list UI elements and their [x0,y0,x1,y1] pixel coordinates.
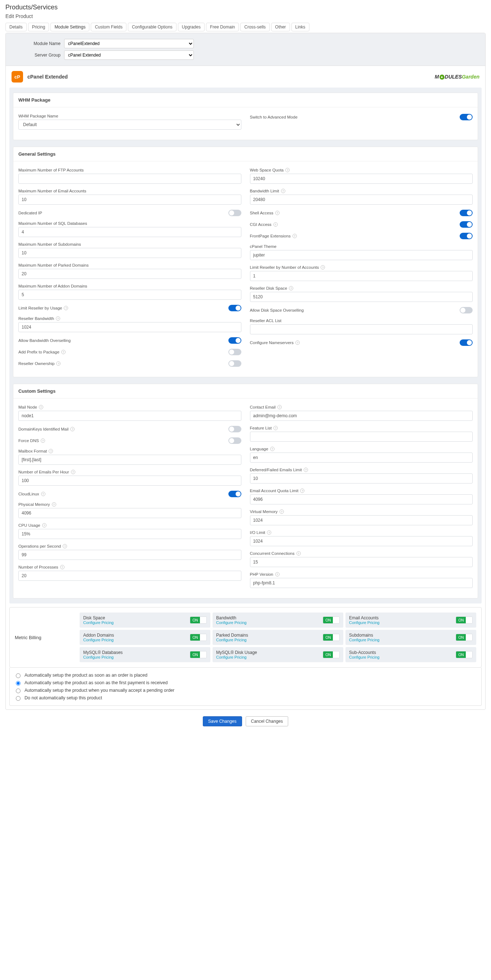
racl-input[interactable] [250,324,473,334]
language-input[interactable] [250,453,473,463]
shell-toggle[interactable] [460,210,473,216]
io-input[interactable] [250,536,473,546]
dkim-toggle[interactable] [229,426,242,432]
limit-reseller-usage-toggle[interactable] [229,305,242,311]
configure-pricing-link[interactable]: Configure Pricing [216,655,257,659]
help-icon: ? [281,189,285,193]
prefix-toggle[interactable] [229,349,242,355]
bw-input[interactable] [250,194,473,205]
addon-input[interactable] [18,290,242,300]
metric-billing-title: Metric Billing [15,612,79,662]
adso-toggle[interactable] [460,307,473,313]
metric-on-toggle[interactable]: ON [323,634,340,641]
ftp-label: Maximum Number of FTP Accounts [18,168,242,172]
module-name-select[interactable]: cPanelExtended [64,39,194,48]
reseller-bw-input[interactable] [18,322,242,332]
server-group-label: Server Group [10,52,64,58]
rds-label: Reseller Disk Space? [250,286,473,290]
metric-on-toggle[interactable]: ON [323,651,340,658]
park-input[interactable] [18,269,242,279]
eaq-input[interactable] [250,494,473,504]
configure-pricing-link[interactable]: Configure Pricing [349,620,379,625]
configure-pricing-link[interactable]: Configure Pricing [349,655,379,659]
auto-setup-payment[interactable]: Automatically setup the product as soon … [14,680,477,686]
whm-package-name-label: WHM Package Name [18,114,242,118]
ftp-input[interactable] [18,173,242,184]
configure-pricing-link[interactable]: Configure Pricing [83,655,123,659]
frontpage-toggle[interactable] [460,233,473,239]
io-label: I/O Limit? [250,530,473,535]
custom-settings-card: Custom Settings Mail Node? DomainKeys Id… [13,384,478,598]
dedicated-ip-toggle[interactable] [229,210,242,216]
dfe-input[interactable] [250,473,473,484]
mbf-input[interactable] [18,455,242,465]
cc-input[interactable] [250,557,473,567]
php-label: PHP Version? [250,572,473,576]
tab-configurable-options[interactable]: Configurable Options [128,23,176,31]
metric-item: Email AccountsConfigure PricingON [345,612,476,628]
reseller-ownership-toggle[interactable] [229,360,242,367]
pm-input[interactable] [18,508,242,518]
contact-email-input[interactable] [250,411,473,421]
tab-pricing[interactable]: Pricing [28,23,49,31]
vm-input[interactable] [250,515,473,525]
metric-on-toggle[interactable]: ON [190,634,207,641]
advanced-mode-toggle[interactable] [460,114,473,120]
tab-links[interactable]: Links [291,23,310,31]
metric-on-toggle[interactable]: ON [190,651,207,658]
np-input[interactable] [18,571,242,581]
metric-on-toggle[interactable]: ON [456,616,473,624]
whm-package-name-select[interactable]: Default [18,119,242,130]
metric-on-toggle[interactable]: ON [190,616,207,624]
tab-upgrades[interactable]: Upgrades [178,23,205,31]
feature-list-input[interactable] [250,432,473,442]
metric-on-toggle[interactable]: ON [323,616,340,624]
configure-pricing-link[interactable]: Configure Pricing [349,638,379,642]
email-acc-input[interactable] [18,194,242,205]
theme-input[interactable] [250,250,473,260]
cloudlinux-toggle[interactable] [229,491,242,497]
auto-setup-none[interactable]: Do not automatically setup this product [14,695,477,701]
auto-setup-manual[interactable]: Automatically setup the product when you… [14,687,477,693]
configure-pricing-link[interactable]: Configure Pricing [216,620,246,625]
rds-input[interactable] [250,292,473,302]
metric-item: Disk SpaceConfigure PricingON [79,612,210,628]
force-dns-toggle[interactable] [229,438,242,444]
tab-free-domain[interactable]: Free Domain [206,23,239,31]
metric-item-name: Subdomains [349,633,379,638]
tab-module-settings[interactable]: Module Settings [51,23,89,31]
whm-package-title: WHM Package [13,93,478,107]
allow-bw-oversell-toggle[interactable] [229,337,242,344]
module-name-label: Module Name [10,41,64,46]
auto-setup-order[interactable]: Automatically setup the product as soon … [14,672,477,678]
configure-ns-toggle[interactable] [460,339,473,346]
tab-details[interactable]: Details [5,23,27,31]
metric-item-name: MySQL® Disk Usage [216,650,257,655]
lra-input[interactable] [250,271,473,281]
cgi-toggle[interactable] [460,221,473,228]
configure-pricing-link[interactable]: Configure Pricing [83,620,113,625]
sql-input[interactable] [18,227,242,237]
configure-pricing-link[interactable]: Configure Pricing [83,638,114,642]
quota-input[interactable] [250,173,473,184]
tab-other[interactable]: Other [271,23,290,31]
server-group-select[interactable]: cPanel Extended [64,51,194,60]
metric-on-toggle[interactable]: ON [456,651,473,658]
cpu-input[interactable] [18,529,242,539]
configure-ns-label: Configure Nameservers? [250,340,300,345]
metric-on-toggle[interactable]: ON [456,634,473,641]
configure-pricing-link[interactable]: Configure Pricing [216,638,248,642]
cancel-button[interactable]: Cancel Changes [246,716,289,726]
tab-cross-sells[interactable]: Cross-sells [240,23,269,31]
tab-custom-fields[interactable]: Custom Fields [91,23,126,31]
help-icon: ? [64,306,68,310]
mailnode-input[interactable] [18,411,242,421]
sub-input[interactable] [18,248,242,258]
metric-item-name: Sub-Accounts [349,650,379,655]
help-icon: ? [289,286,293,290]
neph-input[interactable] [18,476,242,486]
save-button[interactable]: Save Changes [203,716,242,726]
ops-input[interactable] [18,550,242,560]
php-input[interactable] [250,578,473,588]
advanced-mode-label: Switch to Advanced Mode [250,115,297,119]
